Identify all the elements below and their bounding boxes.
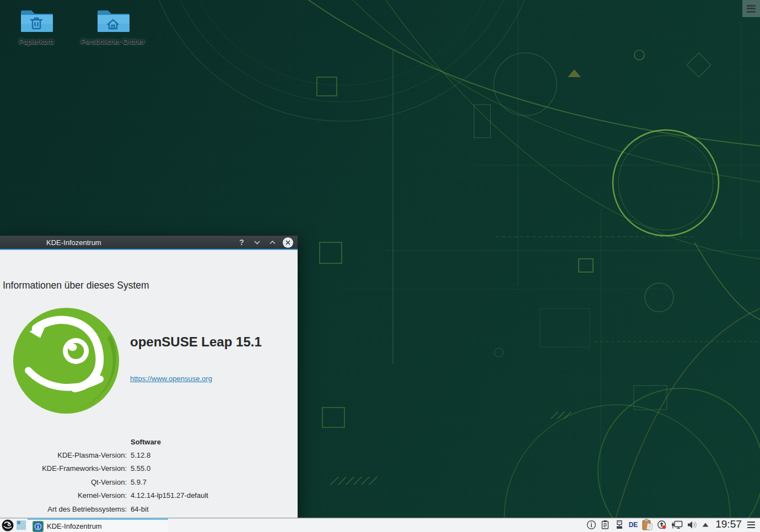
- window-title: KDE-Infozentrum: [46, 238, 101, 247]
- expand-tray-button[interactable]: [701, 520, 710, 530]
- desktop: Papierkorb Persönlicher Ordner KDE-Infoz…: [0, 0, 760, 532]
- hamburger-icon: [747, 3, 756, 14]
- product-name: openSUSE Leap 15.1: [130, 334, 262, 350]
- window-kde-infozentrum: KDE-Infozentrum ?: [0, 235, 298, 518]
- update-notifier-tray-button[interactable]: [657, 520, 667, 530]
- notifications-tray-button[interactable]: [586, 520, 596, 530]
- help-button[interactable]: ?: [236, 237, 247, 248]
- panel-settings-button[interactable]: [746, 520, 757, 530]
- window-content: Informationen über dieses System openSUS…: [0, 250, 298, 518]
- window-titlebar[interactable]: KDE-Infozentrum ?: [0, 236, 298, 249]
- table-header-row: Software: [0, 435, 298, 448]
- desktop-toolbox[interactable]: [742, 0, 760, 17]
- software-updates-tray-button[interactable]: [641, 520, 654, 530]
- close-button[interactable]: [283, 237, 293, 248]
- home-folder-icon: [95, 7, 131, 35]
- minimize-button[interactable]: [252, 237, 262, 248]
- desktop-icon-label: Persönlicher Ordner: [77, 37, 149, 46]
- application-launcher-button[interactable]: [2, 519, 14, 531]
- network-icon: [671, 520, 683, 530]
- table-row: Art des Betriebssystems: 64-bit: [0, 502, 298, 515]
- update-available-icon: [657, 519, 667, 530]
- network-tray-button[interactable]: [671, 520, 683, 530]
- device-notifier-tray-button[interactable]: [615, 520, 624, 530]
- table-row: Qt-Version: 5.9.7: [0, 475, 298, 488]
- chevron-up-icon: [269, 241, 276, 245]
- software-updates-icon: [641, 519, 654, 531]
- device-notifier-icon: [615, 520, 624, 530]
- desktop-icon-home[interactable]: Persönlicher Ordner: [77, 7, 149, 46]
- table-row: KDE-Plasma-Version: 5.12.8: [0, 448, 298, 462]
- clipboard-tray-button[interactable]: [600, 520, 610, 530]
- volume-icon: [686, 520, 698, 530]
- close-icon: [285, 240, 290, 245]
- trash-folder-icon: [19, 7, 54, 35]
- keyboard-layout-label: DE: [629, 521, 638, 529]
- clipboard-icon: [600, 520, 610, 530]
- chevron-down-icon: [254, 241, 260, 245]
- pager-window-preview: [17, 521, 20, 524]
- opensuse-launcher-icon: [2, 519, 14, 531]
- table-row: Kernel-Version: 4.12.14-lp151.27-default: [0, 489, 298, 502]
- maximize-button[interactable]: [267, 237, 278, 248]
- info-center-icon: [33, 521, 44, 532]
- opensuse-link[interactable]: https://www.opensuse.org: [130, 374, 212, 383]
- hamburger-icon: [747, 522, 755, 523]
- notifications-icon: [586, 520, 596, 530]
- desktop-icon-label: Papierkorb: [1, 37, 72, 46]
- triangle-up-icon: [702, 523, 709, 527]
- software-info-table: Software KDE-Plasma-Version: 5.12.8 KDE-…: [0, 435, 298, 515]
- table-row: KDE-Frameworks-Version: 5.55.0: [0, 462, 298, 475]
- desktop-icon-trash[interactable]: Papierkorb: [1, 7, 72, 46]
- volume-tray-button[interactable]: [686, 520, 698, 530]
- opensuse-logo: [12, 307, 120, 415]
- task-button-label: KDE-Infozentrum: [47, 522, 102, 530]
- task-button-kde-infozentrum[interactable]: KDE-Infozentrum: [28, 518, 168, 532]
- keyboard-layout-tray-button[interactable]: DE: [628, 520, 638, 530]
- digital-clock[interactable]: 19:57: [713, 518, 745, 530]
- page-title: Informationen über dieses System: [3, 280, 149, 291]
- virtual-desktop-pager[interactable]: [17, 520, 26, 530]
